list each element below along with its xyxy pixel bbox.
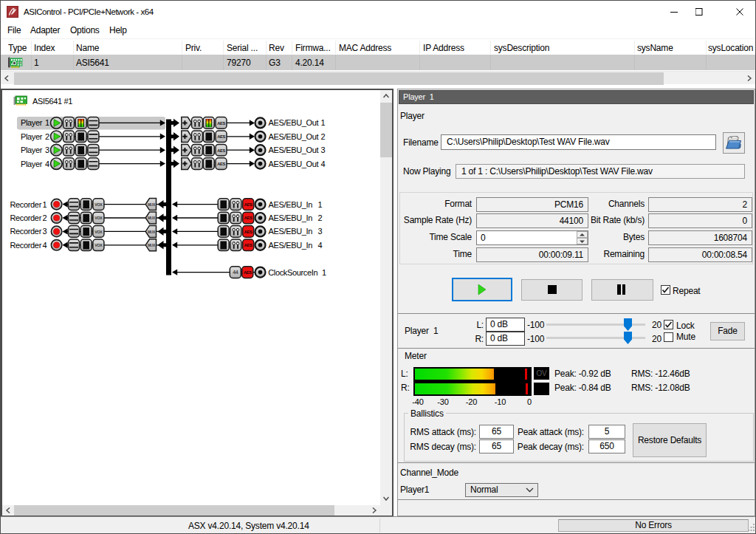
svg-text:AES/EBU_Out: AES/EBU_Out [269,118,319,127]
svg-text:3: 3 [318,227,323,236]
svg-text:Player: Player [21,146,43,154]
svg-text:ClockSourceIn: ClockSourceIn [268,268,317,277]
svg-text:Player: Player [21,160,43,168]
svg-text:1: 1 [322,268,326,277]
svg-text:2: 2 [43,213,47,222]
svg-text:2: 2 [45,132,49,141]
svg-text:2: 2 [318,213,323,222]
svg-text:AES/EBU_In: AES/EBU_In [269,241,313,250]
svg-text:ASI5641 #1: ASI5641 #1 [32,97,72,106]
svg-text:Player: Player [21,118,43,127]
svg-text:AES/EBU_Out: AES/EBU_Out [269,132,319,141]
svg-text:3: 3 [43,227,47,236]
svg-text:Recorder: Recorder [10,227,42,236]
svg-text:3: 3 [45,146,49,154]
svg-text:4: 4 [318,241,323,250]
svg-text:1: 1 [43,200,47,209]
svg-text:1: 1 [321,118,326,127]
svg-text:Player: Player [21,132,43,141]
svg-text:Recorder: Recorder [10,241,42,250]
svg-text:Recorder: Recorder [10,200,42,209]
svg-text:4: 4 [45,160,49,168]
svg-text:1: 1 [45,118,49,127]
svg-text:4: 4 [43,241,47,250]
svg-text:3: 3 [321,146,326,154]
svg-text:4: 4 [321,160,326,168]
svg-text:AES/EBU_In: AES/EBU_In [269,200,313,209]
svg-text:AES/EBU_In: AES/EBU_In [269,213,313,222]
svg-text:1: 1 [318,200,323,209]
svg-text:2: 2 [321,132,326,141]
svg-text:AES/EBU_In: AES/EBU_In [269,227,313,236]
svg-text:AES/EBU_Out: AES/EBU_Out [269,146,319,154]
svg-text:AES/EBU_Out: AES/EBU_Out [269,160,319,168]
svg-text:Recorder: Recorder [10,213,42,222]
